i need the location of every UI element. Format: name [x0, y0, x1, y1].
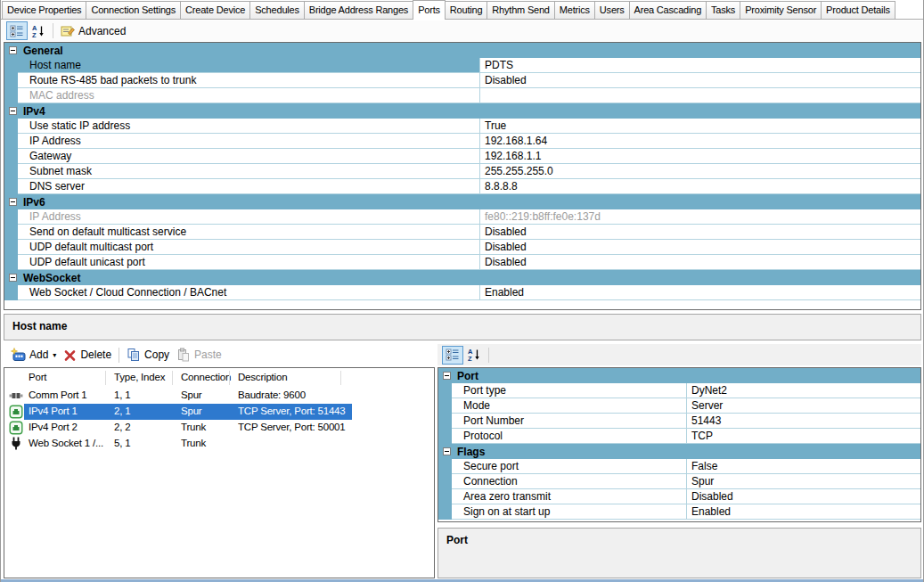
property-label: Secure port: [452, 459, 687, 474]
property-value[interactable]: Enabled: [687, 504, 920, 520]
property-value[interactable]: 51443: [687, 414, 920, 429]
property-value[interactable]: 192.168.1.1: [480, 149, 920, 164]
port-description: Baudrate: 9600: [238, 389, 306, 400]
property-row-udp-default-unicast-port[interactable]: UDP default unicast portDisabled: [4, 255, 920, 270]
property-row-mac-address[interactable]: MAC address: [4, 88, 920, 103]
property-row-ip-address[interactable]: IP Addressfe80::219:b8ff:fe0e:137d: [4, 209, 920, 225]
toolbar-separator: [53, 23, 53, 38]
property-value[interactable]: False: [687, 459, 920, 474]
tab-area-cascading[interactable]: Area Cascading: [629, 1, 707, 19]
property-value[interactable]: DyNet2: [687, 383, 920, 398]
tab-connection-settings[interactable]: Connection Settings: [86, 1, 181, 19]
tab-device-properties[interactable]: Device Properties: [2, 1, 86, 19]
property-value[interactable]: Disabled: [480, 255, 920, 270]
property-row-dns-server[interactable]: DNS server8.8.8.8: [4, 179, 920, 194]
property-row-connection[interactable]: ConnectionSpur: [438, 474, 920, 489]
property-value[interactable]: Disabled: [687, 489, 920, 504]
property-value[interactable]: fe80::219:b8ff:fe0e:137d: [480, 209, 920, 225]
property-row-area-zero-transmit[interactable]: Area zero transmitDisabled: [438, 489, 920, 504]
tab-metrics[interactable]: Metrics: [554, 1, 595, 19]
collapse-icon[interactable]: [9, 107, 17, 115]
alphabetical-sort-button[interactable]: A Z: [28, 21, 49, 40]
category-flags: Flags: [438, 444, 920, 459]
serial-port-icon: [9, 389, 23, 403]
property-value[interactable]: Spur: [687, 474, 920, 489]
property-value[interactable]: Disabled: [480, 240, 920, 255]
toolbar-separator: [119, 348, 119, 363]
port-description-title: Port: [446, 534, 468, 546]
property-label: MAC address: [18, 88, 480, 103]
tab-product-details[interactable]: Product Details: [821, 1, 895, 19]
property-row-subnet-mask[interactable]: Subnet mask255.255.255.0: [4, 164, 920, 179]
property-label: UDP default multicast port: [18, 240, 480, 255]
copy-pages-icon: [127, 348, 141, 362]
advanced-button[interactable]: Advanced: [57, 21, 129, 40]
copy-port-button[interactable]: Copy: [123, 346, 173, 365]
paste-clipboard-icon: [176, 348, 191, 362]
property-row-secure-port[interactable]: Secure portFalse: [438, 459, 920, 474]
property-value[interactable]: True: [480, 119, 920, 134]
category-indent-strip: [438, 504, 452, 520]
categorized-view-button[interactable]: [442, 346, 463, 365]
ethernet-port-icon: [9, 405, 23, 419]
list-row-web-socket-1[interactable]: Web Socket 1 /...5, 1Trunk: [4, 436, 434, 452]
property-value[interactable]: 255.255.255.0: [480, 164, 920, 179]
property-value[interactable]: Disabled: [480, 225, 920, 240]
property-value[interactable]: Disabled: [480, 73, 920, 88]
property-row-host-name[interactable]: Host namePDTS: [4, 58, 920, 73]
tab-ports[interactable]: Ports: [413, 0, 446, 20]
property-row-protocol[interactable]: ProtocolTCP: [438, 429, 920, 444]
tab-proximity-sensor[interactable]: Proximity Sensor: [740, 1, 822, 19]
property-row-send-on-default-multicast-service[interactable]: Send on default multicast serviceDisable…: [4, 225, 920, 240]
delete-port-button[interactable]: Delete: [60, 346, 115, 365]
property-row-udp-default-multicast-port[interactable]: UDP default multicast portDisabled: [4, 240, 920, 255]
collapse-icon[interactable]: [9, 46, 17, 54]
port-property-grid: PortPort typeDyNet2ModeServerPort Number…: [437, 367, 921, 522]
tab-rhythm-send[interactable]: Rhythm Send: [487, 1, 554, 19]
column-separator: [105, 371, 106, 385]
list-column-port[interactable]: Port: [29, 372, 46, 382]
property-row-route-rs-485-bad-packets-to-trunk[interactable]: Route RS-485 bad packets to trunkDisable…: [4, 73, 920, 88]
property-value[interactable]: TCP: [687, 429, 920, 444]
property-value[interactable]: Server: [687, 398, 920, 414]
property-value[interactable]: 192.168.1.64: [480, 134, 920, 149]
paste-port-button[interactable]: Paste: [173, 346, 225, 365]
tab-routing[interactable]: Routing: [445, 1, 488, 19]
collapse-icon[interactable]: [9, 274, 17, 282]
ports-list: PortType, IndexConnectionDescription Com…: [4, 367, 435, 578]
tab-schedules[interactable]: Schedules: [249, 1, 305, 19]
property-value[interactable]: PDTS: [480, 58, 920, 73]
property-row-sign-on-at-start-up[interactable]: Sign on at start upEnabled: [438, 504, 920, 520]
category-indent-strip: [4, 119, 18, 134]
property-row-web-socket-cloud-connection-bacnet[interactable]: Web Socket / Cloud Connection / BACnetEn…: [4, 285, 920, 300]
property-row-use-static-ip-address[interactable]: Use static IP addressTrue: [4, 119, 920, 134]
advanced-button-label: Advanced: [78, 25, 126, 37]
tab-bridge-address-ranges[interactable]: Bridge Address Ranges: [304, 1, 413, 19]
list-row-ipv4-port-1[interactable]: IPv4 Port 12, 1SpurTCP Server, Port: 514…: [4, 404, 434, 420]
collapse-icon[interactable]: [9, 198, 17, 206]
property-row-mode[interactable]: ModeServer: [438, 398, 920, 414]
collapse-icon[interactable]: [443, 447, 451, 455]
alphabetical-sort-button[interactable]: A Z: [463, 346, 485, 365]
list-row-ipv4-port-2[interactable]: IPv4 Port 22, 2TrunkTCP Server, Port: 50…: [4, 420, 434, 436]
categorized-view-button[interactable]: [6, 21, 28, 40]
port-connection: Trunk: [181, 422, 206, 432]
add-port-button[interactable]: Add ▾: [7, 346, 60, 365]
collapse-icon[interactable]: [443, 372, 451, 380]
tab-tasks[interactable]: Tasks: [706, 1, 740, 19]
list-row-comm-port-1[interactable]: Comm Port 11, 1SpurBaudrate: 9600: [4, 388, 434, 404]
list-column-type-index[interactable]: Type, Index: [114, 372, 165, 382]
list-column-description[interactable]: Description: [238, 372, 287, 382]
tab-users[interactable]: Users: [594, 1, 630, 19]
property-row-gateway[interactable]: Gateway192.168.1.1: [4, 149, 920, 164]
list-column-connection[interactable]: Connection: [181, 372, 231, 382]
property-row-port-type[interactable]: Port typeDyNet2: [438, 383, 920, 398]
property-row-ip-address[interactable]: IP Address192.168.1.64: [4, 134, 920, 149]
property-value[interactable]: [480, 88, 920, 103]
property-value[interactable]: Enabled: [480, 285, 920, 300]
property-label: Subnet mask: [18, 164, 480, 179]
toolbar-separator: [488, 348, 489, 363]
property-row-port-number[interactable]: Port Number51443: [438, 414, 920, 429]
property-value[interactable]: 8.8.8.8: [480, 179, 920, 194]
tab-create-device[interactable]: Create Device: [180, 1, 250, 19]
